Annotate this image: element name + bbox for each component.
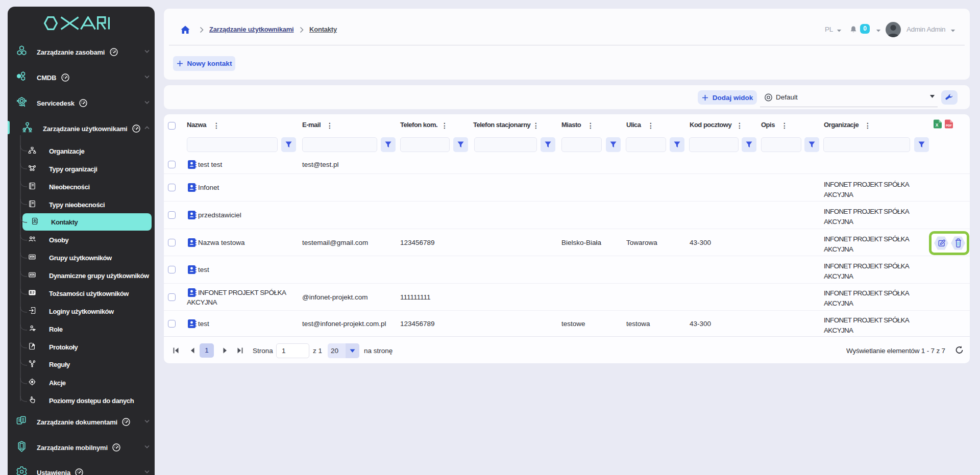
svg-text:X: X — [936, 122, 939, 128]
svg-text:PDF: PDF — [946, 123, 952, 127]
